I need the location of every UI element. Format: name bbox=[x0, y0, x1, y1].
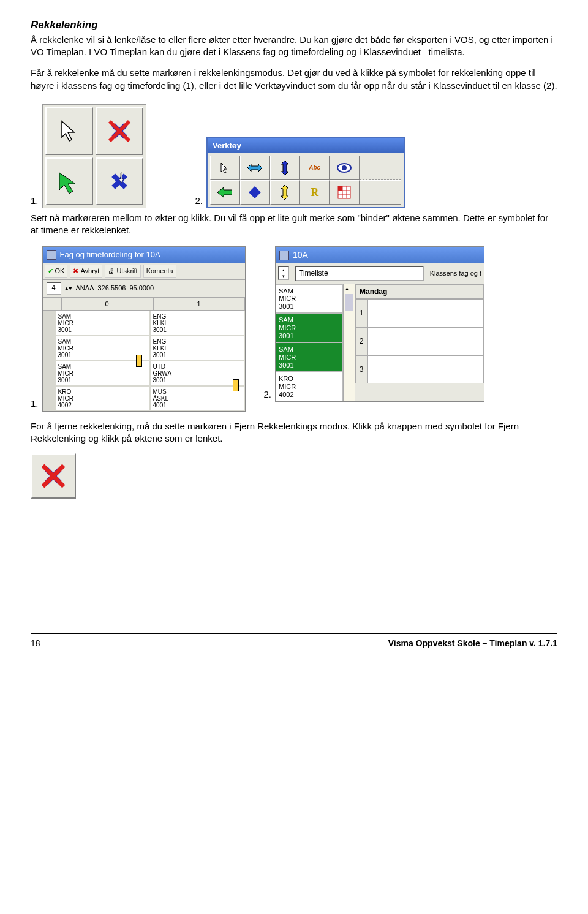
pointer-icon[interactable] bbox=[210, 156, 240, 180]
table-cell[interactable]: MUS ÅSKL 4001 bbox=[150, 386, 245, 411]
page-number: 18 bbox=[31, 638, 40, 649]
fjern-rekkelenking-icon-large[interactable] bbox=[31, 453, 76, 499]
abc-icon[interactable]: Abc bbox=[300, 156, 330, 180]
row-num: 3 bbox=[355, 355, 368, 383]
table-cell[interactable]: KRO MICR 4002 bbox=[55, 386, 150, 411]
row-num: 2 bbox=[355, 327, 368, 355]
paragraph-3: Sett nå markøreren mellom to økter og kl… bbox=[31, 212, 557, 237]
win1-title: Fag og timefordeling for 10A bbox=[43, 247, 245, 263]
svg-point-7 bbox=[342, 165, 347, 170]
empty-btn bbox=[360, 180, 401, 205]
empty-slot bbox=[360, 156, 401, 180]
paragraph-4: For å fjerne rekkelenking, må du sette m… bbox=[31, 420, 557, 445]
list-item-selected[interactable]: SAM MICR 3001 bbox=[276, 342, 343, 372]
win1-toolbar: ✔OK ✖Avbryt 🖨Utskrift Komenta bbox=[43, 263, 245, 280]
table-cell[interactable]: UTD GRWA 3001 bbox=[150, 361, 245, 386]
svg-rect-14 bbox=[338, 186, 342, 191]
pointer-tool-button[interactable] bbox=[45, 107, 93, 155]
rekkelenke-marker bbox=[233, 379, 239, 391]
klassens-fag-label: Klassens fag og t bbox=[430, 269, 481, 278]
green-left-icon[interactable] bbox=[210, 180, 240, 205]
figure-label-2a: 2. bbox=[195, 195, 203, 208]
list-item[interactable]: SAM MICR 3001 bbox=[276, 284, 343, 314]
verktoy-window: Verktøy Abc R bbox=[206, 137, 405, 208]
diamond-icon[interactable] bbox=[240, 180, 270, 205]
toolbar-rekkelenking-small bbox=[42, 104, 146, 208]
komenta-button[interactable]: Komenta bbox=[143, 265, 176, 278]
list-item-selected[interactable]: SAM MICR 3001 bbox=[276, 313, 343, 342]
verktoy-title: Verktøy bbox=[208, 138, 404, 153]
page-footer: 18 Visma Oppvekst Skole – Timeplan v. 1.… bbox=[31, 633, 557, 649]
window-icon bbox=[47, 250, 56, 260]
spin-value[interactable]: 4 bbox=[47, 282, 61, 295]
list-item[interactable]: KRO MICR 4002 bbox=[276, 372, 343, 401]
window-icon bbox=[279, 251, 289, 260]
field-anaa: ANAA bbox=[76, 284, 94, 293]
table-cell[interactable]: ENG KLKL 3001 bbox=[150, 336, 245, 361]
scrollbar[interactable] bbox=[344, 284, 355, 402]
klasse-10a-window: 10A ▴▾ Timeliste Klassens fag og t SAM M… bbox=[275, 246, 484, 402]
table-cell[interactable]: ENG KLKL 3001 bbox=[150, 311, 245, 336]
col-hdr-0: 0 bbox=[61, 298, 153, 311]
avbryt-button[interactable]: ✖Avbryt bbox=[70, 265, 102, 278]
fag-timefordeling-window: Fag og timefordeling for 10A ✔OK ✖Avbryt… bbox=[42, 246, 246, 411]
ok-button[interactable]: ✔OK bbox=[45, 265, 68, 278]
row-num: 1 bbox=[355, 299, 368, 327]
win1-params: 4 ▴▾ ANAA 326.5506 95.0000 bbox=[43, 280, 245, 298]
r-icon[interactable]: R bbox=[300, 180, 330, 205]
heading-rekkelenking: Rekkelenking bbox=[31, 18, 557, 32]
grid-red-icon[interactable] bbox=[330, 180, 360, 205]
rekkelenking-button[interactable] bbox=[96, 157, 143, 205]
timeslot[interactable] bbox=[368, 355, 484, 383]
fjern-rekkelenking-button[interactable] bbox=[96, 107, 143, 155]
paragraph-1: Å rekkelenke vil si å lenke/låse to elle… bbox=[31, 34, 557, 59]
rekkelenke-marker bbox=[136, 355, 142, 367]
spinner[interactable]: ▴▾ bbox=[278, 266, 289, 280]
eye-icon[interactable] bbox=[330, 156, 360, 180]
svg-rect-8 bbox=[249, 186, 261, 198]
h-swap-icon[interactable] bbox=[240, 156, 270, 180]
move-arrow-button[interactable] bbox=[45, 157, 93, 205]
win2-title-text: 10A bbox=[293, 249, 308, 261]
timeslot[interactable] bbox=[368, 327, 484, 355]
utskrift-button[interactable]: 🖨Utskrift bbox=[105, 265, 140, 278]
timeliste-combo[interactable]: Timeliste bbox=[295, 266, 424, 281]
v-swap-icon[interactable] bbox=[270, 156, 300, 180]
field-95: 95.0000 bbox=[129, 284, 154, 293]
figure-label-1a: 1. bbox=[31, 195, 39, 208]
table-cell[interactable]: SAM MICR 3001 bbox=[55, 311, 150, 336]
field-326: 326.5506 bbox=[97, 284, 126, 293]
figure-label-1b: 1. bbox=[31, 398, 39, 411]
mandag-header: Mandag bbox=[355, 284, 484, 299]
figure-label-2b: 2. bbox=[264, 388, 272, 402]
col-hdr-1: 1 bbox=[153, 298, 245, 311]
timeslot[interactable] bbox=[368, 299, 484, 327]
timeliste-column: SAM MICR 3001 SAM MICR 3001 SAM MICR 300… bbox=[276, 284, 344, 402]
win2-title: 10A bbox=[276, 247, 484, 263]
win1-title-text: Fag og timefordeling for 10A bbox=[60, 249, 160, 260]
vertical-yellow-icon[interactable] bbox=[270, 180, 300, 205]
footer-product: Visma Oppvekst Skole – Timeplan v. 1.7.1 bbox=[388, 638, 557, 649]
paragraph-2: Får å rekkelenke må du sette markøren i … bbox=[31, 67, 557, 92]
